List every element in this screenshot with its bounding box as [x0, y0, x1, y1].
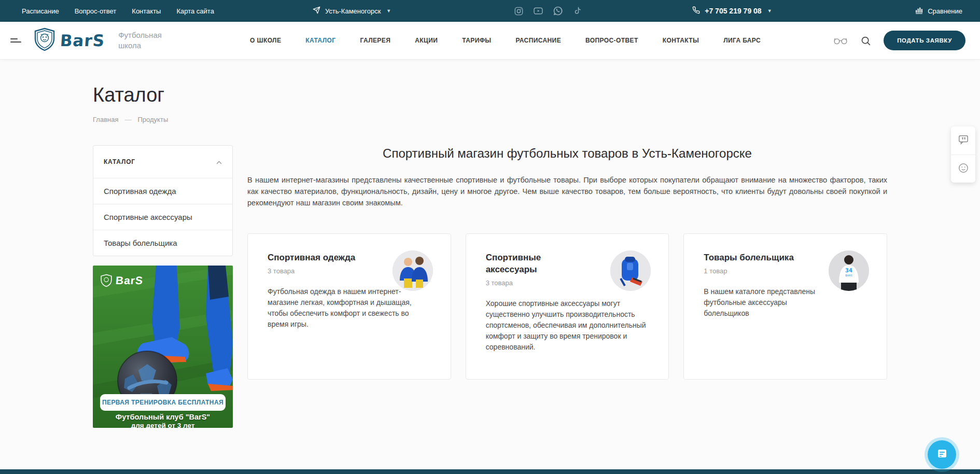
topbar-links: Расписание Вопрос-ответ Контакты Карта с…: [22, 7, 214, 15]
breadcrumb-separator: —: [124, 116, 131, 123]
sidebar-item-fan-goods[interactable]: Товары болельщика: [93, 230, 232, 256]
topbar-link-schedule[interactable]: Расписание: [22, 7, 59, 15]
location-icon: [313, 6, 320, 16]
category-cards: Спортивная одежда 3 товара Футбольная од…: [247, 233, 887, 380]
nav-item-liga-bars[interactable]: ЛИГА БАРС: [723, 37, 761, 44]
mood-feedback-button[interactable]: [951, 155, 975, 183]
catalog-filter-title: КАТАЛОГ: [104, 158, 135, 165]
chevron-down-icon: ▼: [386, 8, 391, 13]
topbar-link-contacts[interactable]: Контакты: [132, 7, 161, 15]
social-links: [513, 5, 583, 17]
nav-item-contacts[interactable]: КОНТАКТЫ: [663, 37, 699, 44]
nav-item-catalog[interactable]: КАТАЛОГ: [305, 37, 335, 44]
reviews-button[interactable]: [951, 127, 975, 155]
sidebar-item-sport-clothes[interactable]: Спортивная одежда: [93, 178, 232, 204]
compare-link[interactable]: Сравнение: [915, 6, 962, 16]
page-content: Каталог Главная — Продукты КАТАЛОГ Спорт…: [0, 59, 980, 469]
nav-item-faq[interactable]: ВОПРОС-ОТВЕТ: [585, 37, 638, 44]
tiktok-icon[interactable]: [572, 5, 583, 17]
phone-number: +7 705 219 79 08: [705, 7, 761, 15]
shop-intro: В нашем интернет-магазины представлены к…: [247, 174, 887, 208]
city-selector[interactable]: Усть-Каменогорск ▼: [313, 6, 391, 16]
svg-text:34: 34: [845, 268, 852, 273]
main-header: BarS Футбольная школа О ШКОЛЕ КАТАЛОГ ГА…: [0, 22, 980, 59]
chevron-down-icon: ▼: [767, 8, 772, 13]
header-tools: [833, 35, 871, 46]
message-form-icon: [936, 448, 948, 462]
card-description: Футбольная одежда в нашем интернет-магаз…: [268, 286, 431, 330]
city-name: Усть-Каменогорск: [325, 7, 381, 15]
chat-widget-button[interactable]: [928, 440, 956, 469]
search-icon[interactable]: [860, 35, 871, 46]
youtube-icon[interactable]: [533, 5, 544, 17]
svg-text:BARS: BARS: [845, 274, 852, 277]
breadcrumb: Главная — Продукты: [93, 116, 887, 123]
phone-selector[interactable]: +7 705 219 79 08 ▼: [692, 6, 772, 16]
page-title: Каталог: [93, 59, 887, 106]
catalog-main: Спортивный магазин футбольных товаров в …: [247, 145, 887, 380]
card-title: Спортивные аксессуары: [486, 252, 590, 275]
promo-caption: Футбольный клуб "BarS" для детей от 3 ле…: [93, 413, 233, 428]
footer-top-strip: [0, 469, 980, 474]
sidebar: КАТАЛОГ Спортивная одежда Спортивные акс…: [93, 145, 233, 428]
catalog-filter-header[interactable]: КАТАЛОГ: [93, 146, 232, 178]
accessibility-glasses-icon[interactable]: [833, 35, 848, 46]
topbar-link-faq[interactable]: Вопрос-ответ: [75, 7, 117, 15]
brand-tagline: Футбольная школа: [118, 30, 162, 51]
top-utility-bar: Расписание Вопрос-ответ Контакты Карта с…: [0, 0, 980, 22]
card-image-blue-backpack: [610, 250, 651, 291]
logo[interactable]: BarS: [33, 27, 105, 53]
nav-item-gallery[interactable]: ГАЛЕРЕЯ: [360, 37, 390, 44]
promo-banner[interactable]: BarS ПЕРВАЯ ТРЕНИРОВКА БЕСПЛАТНАЯ Футбол…: [93, 266, 233, 428]
nav-item-schedule[interactable]: РАСПИСАНИЕ: [515, 37, 561, 44]
category-card-fan-goods[interactable]: Товары болельщика 1 товар В нашем катало…: [683, 233, 887, 380]
sidebar-item-sport-accessories[interactable]: Спортивные аксессуары: [93, 204, 232, 230]
compare-label: Сравнение: [928, 7, 962, 15]
nav-item-tariffs[interactable]: ТАРИФЫ: [462, 37, 491, 44]
catalog-filter-box: КАТАЛОГ Спортивная одежда Спортивные акс…: [93, 145, 233, 256]
category-card-sport-clothes[interactable]: Спортивная одежда 3 товара Футбольная од…: [247, 233, 451, 380]
menu-burger-icon[interactable]: [10, 36, 22, 45]
breadcrumb-current: Продукты: [137, 116, 168, 123]
bar-chart-icon: [915, 6, 923, 16]
card-image-fan-white-tshirt: 34 BARS: [829, 250, 869, 291]
apply-button[interactable]: ПОДАТЬ ЗАЯВКУ: [884, 31, 965, 50]
breadcrumb-home[interactable]: Главная: [93, 116, 118, 123]
card-description: Хорошие спортивные аксессуары могут суще…: [486, 298, 649, 353]
whatsapp-icon[interactable]: [552, 5, 564, 17]
nav-item-promos[interactable]: АКЦИИ: [415, 37, 438, 44]
nav-item-about[interactable]: О ШКОЛЕ: [250, 37, 281, 44]
promo-brand-logo: BarS: [100, 274, 143, 287]
chat-quote-icon: [958, 134, 969, 147]
chevron-up-icon: [216, 157, 222, 166]
brand-wordmark: BarS: [60, 31, 106, 50]
floating-side-panel: [951, 127, 975, 183]
card-description: В нашем каталоге представлены футбольные…: [704, 286, 832, 319]
phone-icon: [692, 6, 700, 16]
main-navigation: О ШКОЛЕ КАТАЛОГ ГАЛЕРЕЯ АКЦИИ ТАРИФЫ РАС…: [234, 37, 761, 44]
smiley-icon: [958, 162, 969, 176]
shield-logo-icon: [33, 27, 56, 53]
category-card-sport-accessories[interactable]: Спортивные аксессуары 3 товара Хорошие с…: [466, 233, 669, 380]
shop-heading: Спортивный магазин футбольных товаров в …: [247, 146, 887, 161]
card-title: Товары болельщика: [704, 252, 807, 263]
topbar-link-sitemap[interactable]: Карта сайта: [176, 7, 214, 15]
promo-badge: ПЕРВАЯ ТРЕНИРОВКА БЕСПЛАТНАЯ: [100, 394, 226, 411]
card-image-kids-in-blue-jackets: [393, 250, 433, 291]
card-title: Спортивная одежда: [268, 252, 371, 263]
instagram-icon[interactable]: [513, 5, 524, 17]
